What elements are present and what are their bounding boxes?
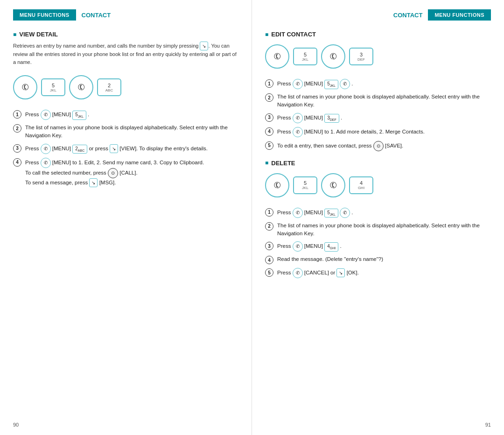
view-detail-step-2: 2 The list of names in your phone book i…: [13, 124, 238, 140]
view-detail-steps: 1 Press ✆ [MENU] 5JKL . 2 The list of na…: [13, 110, 238, 187]
btn-5jkl-ec: 5 JKL: [293, 48, 317, 65]
phone-icon-2: ✆: [76, 81, 87, 94]
phone-icon-1: ✆: [20, 81, 31, 94]
edit-contact-step-5: 5 To edit a entry, then save contact, pr…: [265, 141, 491, 151]
nav-key-desc: ↘: [200, 42, 208, 50]
edit-contact-step-2: 2 The list of names in your phone book i…: [265, 93, 491, 109]
btn-5jkl-1: 5 JKL: [41, 78, 65, 96]
view-detail-description: Retrieves an entry by name and number, a…: [13, 42, 238, 66]
right-header: CONTACT MENU FUNCTIONS: [265, 9, 491, 21]
view-detail-button-row: ✆ 5 JKL ✆ 2 ABC: [13, 72, 238, 102]
key-phone-del1: ✆: [293, 208, 303, 218]
left-header: MENU FUNCTIONS CONTACT: [13, 9, 238, 21]
btn-3def-ec: 3 DEF: [349, 48, 373, 65]
delete-step-3: 3 Press ✆ [MENU] 4GHI .: [265, 241, 491, 252]
key-2abc-s3: 2ABC: [72, 145, 87, 154]
right-page-num: 91: [485, 422, 491, 428]
delete-title: DELETE: [265, 160, 491, 167]
edit-contact-title: EDIT CONTACT: [265, 31, 491, 38]
view-detail-title: VIEW DETAIL: [13, 31, 238, 38]
delete-button-row: ✆ 5 JKL ✆ 4 GHI: [265, 170, 491, 200]
view-detail-step-3: 3 Press ✆ [MENU] 2ABC or press ↘ [VIEW].…: [13, 144, 238, 154]
view-detail-section: VIEW DETAIL Retrieves an entry by name a…: [13, 31, 238, 187]
btn-phone-2: ✆: [69, 75, 93, 99]
key-5jkl-ec1: 5JKL: [324, 80, 338, 89]
btn-5jkl-del: 5 JKL: [293, 176, 317, 194]
key-phone-ec3: ✆: [293, 113, 303, 123]
btn-phone-del2: ✆: [321, 173, 345, 197]
btn-4ghi-del: 4 GHI: [349, 176, 373, 194]
key-3def-ec3: 3DEF: [324, 114, 339, 123]
key-5jkl-s1: 5JKL: [72, 111, 86, 120]
key-phone-s3: ✆: [41, 144, 51, 154]
key-arrow-s4: ↘: [89, 178, 98, 187]
delete-step-2: 2 The list of names in your phone book i…: [265, 222, 491, 238]
key-5jkl-del1: 5JKL: [324, 209, 338, 218]
phone-icon-ec1: ✆: [272, 50, 283, 63]
key-phone-ec1: ✆: [293, 79, 303, 89]
key-phone-del1b: ✆: [340, 208, 350, 218]
key-nav-s4: ⊙: [108, 168, 118, 178]
delete-section: DELETE ✆ 5 JKL ✆ 4 GHI: [265, 160, 491, 279]
key-nav-ec5: ⊙: [373, 141, 384, 151]
phone-icon-ec2: ✆: [328, 50, 339, 63]
right-menu-functions-badge: MENU FUNCTIONS: [428, 9, 491, 21]
phone-icon-del2: ✆: [328, 179, 339, 191]
key-phone-del5: ✆: [293, 268, 303, 278]
btn-phone-ec1: ✆: [265, 44, 289, 69]
key-phone-s1: ✆: [41, 110, 51, 120]
btn-2abc-1: 2 ABC: [97, 78, 121, 96]
key-phone-del3: ✆: [293, 241, 303, 252]
phone-icon-del1: ✆: [272, 179, 283, 191]
key-phone-s4: ✆: [41, 158, 51, 168]
right-page: CONTACT MENU FUNCTIONS EDIT CONTACT ✆ 5 …: [252, 0, 504, 435]
left-page-num: 90: [13, 422, 19, 428]
edit-contact-button-row: ✆ 5 JKL ✆ 3 DEF: [265, 42, 491, 71]
left-contact-label: CONTACT: [82, 12, 111, 19]
edit-contact-step-4: 4 Press ✆ [MENU] to 1. Add more details,…: [265, 127, 491, 137]
delete-step-5: 5 Press ✆ [CANCEL] or ↘ [OK].: [265, 268, 491, 278]
edit-contact-steps: 1 Press ✆ [MENU] 5JKL ✆ . 2 The list of …: [265, 79, 491, 151]
view-detail-step-1: 1 Press ✆ [MENU] 5JKL .: [13, 110, 238, 120]
btn-phone-del1: ✆: [265, 173, 289, 197]
key-arrow-s3: ↘: [110, 144, 118, 153]
key-phone-ec1b: ✆: [340, 79, 350, 89]
key-arrow-del5: ↘: [336, 268, 345, 277]
left-menu-functions-badge: MENU FUNCTIONS: [13, 9, 76, 21]
btn-phone-1: ✆: [13, 75, 37, 99]
key-phone-ec4: ✆: [293, 127, 303, 137]
view-detail-step-4: 4 Press ✆ [MENU] to 1. Edit, 2. Send my …: [13, 158, 238, 187]
edit-contact-step-1: 1 Press ✆ [MENU] 5JKL ✆ .: [265, 79, 491, 89]
delete-step-1: 1 Press ✆ [MENU] 5JKL ✆ .: [265, 208, 491, 218]
delete-steps: 1 Press ✆ [MENU] 5JKL ✆ . 2 The list of …: [265, 208, 491, 279]
right-contact-label: CONTACT: [393, 12, 423, 19]
left-page: MENU FUNCTIONS CONTACT VIEW DETAIL Retri…: [0, 0, 252, 435]
edit-contact-section: EDIT CONTACT ✆ 5 JKL ✆ 3 DEF: [265, 31, 491, 151]
delete-step-4: 4 Read the message. (Delete "entry's nam…: [265, 255, 491, 264]
key-4ghi-del3: 4GHI: [324, 242, 338, 252]
btn-phone-ec2: ✆: [321, 44, 345, 69]
edit-contact-step-3: 3 Press ✆ [MENU] 3DEF .: [265, 113, 491, 123]
